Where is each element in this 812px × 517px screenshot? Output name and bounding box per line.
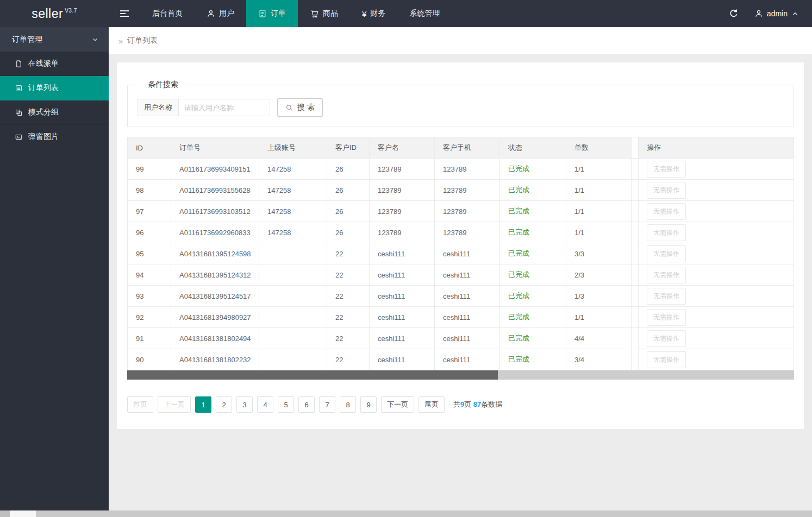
cell-id: 90	[128, 349, 171, 370]
main-content: » 订单列表 条件搜索 用户名称 搜 索	[109, 27, 812, 510]
cell-customer-phone: ceshi111	[435, 328, 500, 349]
page-horizontal-scrollbar[interactable]	[0, 510, 812, 517]
no-action-button[interactable]: 无需操作	[647, 245, 686, 262]
search-row: 用户名称 搜 索	[138, 98, 784, 117]
sidebar-item-order-list[interactable]: 订单列表	[0, 76, 109, 100]
pagination-page-button[interactable]: 5	[278, 396, 294, 413]
no-action-button[interactable]: 无需操作	[647, 267, 686, 283]
pagination-summary: 共9页 87条数据	[453, 400, 502, 409]
cell-customer-id: 22	[327, 243, 370, 264]
no-action-button[interactable]: 无需操作	[647, 330, 686, 347]
pagination-page-button[interactable]: 9	[360, 396, 377, 413]
sidebar-item-online-dispatch[interactable]: 在线派单	[0, 52, 109, 76]
status-badge: 已完成	[508, 228, 529, 236]
pagination-next-button[interactable]: 下一页	[381, 396, 414, 413]
cell-customer-name: 123789	[370, 159, 435, 180]
no-action-button[interactable]: 无需操作	[647, 182, 686, 199]
col-gap	[632, 137, 639, 159]
col-header-action: 操作	[639, 137, 794, 159]
col-header-customer-name: 客户名	[370, 137, 435, 159]
user-menu[interactable]: admin	[749, 9, 812, 18]
no-action-button[interactable]: 无需操作	[647, 351, 686, 368]
cell-action: 无需操作	[639, 349, 794, 370]
cell-id: 91	[128, 328, 171, 349]
image-icon	[15, 133, 23, 141]
summary-text: 页	[464, 400, 473, 408]
cell-status: 已完成	[500, 222, 566, 243]
cell-status: 已完成	[500, 201, 566, 222]
pagination-first-button[interactable]: 首页	[127, 396, 153, 413]
cell-order-no: A01161736992960833	[171, 222, 259, 243]
orders-table: ID 订单号 上级账号 客户ID 客户名 客户手机 状态 单数 操作 99 A0…	[127, 137, 794, 370]
nav-item-label: 后台首页	[152, 9, 183, 18]
search-fieldset: 条件搜索 用户名称 搜 索	[127, 80, 794, 127]
cell-order-no: A04131681395124517	[171, 286, 259, 307]
cell-order-no: A01161736993155628	[171, 180, 259, 201]
nav-item-orders[interactable]: 订单	[246, 0, 298, 27]
nav-item-system[interactable]: 系统管理	[397, 0, 452, 27]
cell-parent-account	[259, 307, 327, 328]
cell-status: 已完成	[500, 307, 566, 328]
cell-gap	[632, 180, 639, 201]
nav-item-products[interactable]: 商品	[298, 0, 350, 27]
no-action-button[interactable]: 无需操作	[647, 309, 686, 326]
table-row: 93 A04131681395124517 22 ceshi111 ceshi1…	[128, 286, 794, 307]
refresh-button[interactable]	[719, 0, 749, 27]
cell-customer-id: 26	[327, 201, 370, 222]
cell-id: 98	[128, 180, 171, 201]
cell-count: 1/1	[566, 159, 632, 180]
no-action-button[interactable]: 无需操作	[647, 161, 686, 178]
table-scrollbar-thumb[interactable]	[127, 370, 498, 380]
col-header-count: 单数	[566, 137, 632, 159]
sidebar-item-popup-images[interactable]: 弹窗图片	[0, 125, 109, 149]
pagination: 首页 上一页 123456789 下一页 尾页 共9页 87条数据	[127, 396, 794, 413]
cell-customer-phone: ceshi111	[435, 243, 500, 264]
pagination-page-button[interactable]: 4	[257, 396, 273, 413]
cell-id: 94	[128, 264, 171, 286]
page-scrollbar-thumb[interactable]	[10, 510, 36, 517]
table-row: 90 A04131681381802232 22 ceshi111 ceshi1…	[128, 349, 794, 370]
cell-gap	[632, 201, 639, 222]
nav-item-users[interactable]: 用户	[195, 0, 246, 27]
navbar-right: admin	[719, 0, 812, 27]
status-badge: 已完成	[508, 334, 529, 342]
yen-icon: ¥	[362, 9, 366, 18]
cell-gap	[632, 307, 639, 328]
username-label: admin	[767, 9, 788, 18]
pagination-last-button[interactable]: 尾页	[419, 396, 445, 413]
table-horizontal-scrollbar[interactable]	[127, 370, 794, 380]
pagination-prev-button[interactable]: 上一页	[158, 396, 191, 413]
pagination-page-button[interactable]: 1	[195, 396, 211, 413]
cell-parent-account: 147258	[259, 222, 327, 243]
sidebar-group-order-management[interactable]: 订单管理	[0, 27, 109, 52]
cell-count: 1/1	[566, 201, 632, 222]
cell-action: 无需操作	[639, 286, 794, 307]
sidebar-item-mode-groups[interactable]: 模式分组	[0, 100, 109, 125]
cell-customer-name: 123789	[370, 180, 435, 201]
cell-gap	[632, 286, 639, 307]
cell-customer-id: 22	[327, 307, 370, 328]
nav-item-finance[interactable]: ¥ 财务	[350, 0, 397, 27]
sidebar-toggle-button[interactable]	[109, 0, 140, 27]
pagination-page-button[interactable]: 8	[340, 396, 356, 413]
no-action-button[interactable]: 无需操作	[647, 288, 686, 305]
cell-customer-phone: ceshi111	[435, 349, 500, 370]
nav-item-home[interactable]: 后台首页	[140, 0, 195, 27]
col-header-parent-account: 上级账号	[259, 137, 327, 159]
search-button[interactable]: 搜 索	[277, 98, 323, 117]
pagination-page-button[interactable]: 2	[216, 396, 232, 413]
username-input[interactable]	[179, 99, 270, 116]
no-action-button[interactable]: 无需操作	[647, 203, 686, 220]
no-action-button[interactable]: 无需操作	[647, 224, 686, 241]
cell-gap	[632, 264, 639, 286]
cell-action: 无需操作	[639, 243, 794, 264]
cell-parent-account: 147258	[259, 180, 327, 201]
cell-order-no: A04131681381802494	[171, 328, 259, 349]
cell-customer-phone: 123789	[435, 159, 500, 180]
pagination-page-button[interactable]: 7	[319, 396, 335, 413]
pagination-page-button[interactable]: 6	[298, 396, 315, 413]
cell-status: 已完成	[500, 328, 566, 349]
cell-status: 已完成	[500, 264, 566, 286]
pagination-page-button[interactable]: 3	[236, 396, 253, 413]
cell-count: 3/4	[566, 349, 632, 370]
